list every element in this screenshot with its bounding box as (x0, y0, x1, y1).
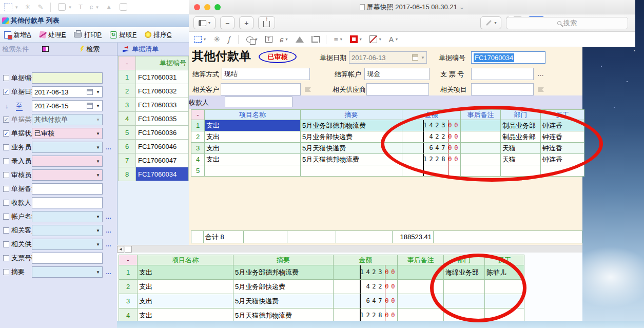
docno-input[interactable] (32, 72, 103, 84)
process-button[interactable]: 处理E (40, 30, 66, 40)
grid-icon[interactable] (42, 46, 49, 52)
adjust-icon[interactable]: ▲ (106, 3, 112, 11)
crop-icon[interactable] (120, 3, 127, 11)
doc-row[interactable]: 2FC17060032 (119, 84, 189, 98)
sidebar-toggle-button[interactable]: ▾ (193, 16, 216, 29)
checkbox[interactable] (3, 227, 9, 234)
checkbox[interactable]: ✓ (3, 89, 9, 95)
extract-button[interactable]: ↻提取F (110, 30, 136, 40)
scrollbar-thumb[interactable] (125, 246, 132, 253)
supplier-select[interactable]: ▼ (32, 239, 103, 250)
dropdown-arrow-icon[interactable]: ▼ (96, 242, 100, 247)
doc-row[interactable]: 4FC17060035 (119, 112, 189, 126)
dropdown-arrow-icon[interactable]: ▼ (421, 55, 425, 60)
dropdown-arrow-icon[interactable]: ▼ (96, 90, 100, 94)
dropdown-arrow-icon[interactable]: ▼ (96, 131, 100, 136)
line-style-icon[interactable]: ≡ (334, 35, 338, 44)
checkbox[interactable] (3, 75, 9, 81)
customer-input[interactable] (221, 83, 301, 95)
doc-row-selected[interactable]: 8FC17060034 (119, 167, 189, 181)
checkbox[interactable] (3, 241, 9, 247)
checkbox[interactable] (3, 255, 9, 261)
markup-pen-button[interactable]: ▾ (480, 16, 501, 29)
checkbox[interactable] (3, 172, 9, 178)
flag-icon[interactable] (538, 87, 544, 92)
selection-tool-icon[interactable] (194, 36, 202, 43)
dropdown-arrow-icon[interactable]: ▼ (96, 159, 100, 164)
cheque-more-dots[interactable]: … (537, 70, 544, 78)
text-style-icon[interactable]: A (389, 35, 394, 44)
magic-wand-icon[interactable]: ✳ (25, 3, 31, 11)
checkbox[interactable] (3, 269, 9, 275)
payee-input[interactable] (32, 197, 103, 208)
checkbox[interactable] (3, 158, 9, 164)
fill-color-icon[interactable] (369, 35, 377, 43)
date-to-input[interactable]: 2017-06-15▼ (32, 100, 103, 111)
status-select[interactable]: 已审核▼ (32, 128, 103, 139)
sketch-pen-icon[interactable]: ʃ (228, 35, 230, 44)
swap-arrows-icon[interactable] (122, 46, 129, 52)
dropdown-arrow-icon[interactable]: ▼ (96, 145, 100, 150)
doc-row[interactable]: 7FC17060047 (119, 153, 189, 167)
customer-select[interactable]: ▼ (32, 225, 103, 236)
search-input[interactable]: 搜索 (506, 17, 628, 29)
settle-method-input[interactable]: 现结 (222, 68, 310, 80)
more-button[interactable]: … (106, 241, 112, 247)
checkbox[interactable] (3, 144, 9, 150)
more-button[interactable]: … (106, 144, 112, 150)
dropdown-arrow-icon[interactable]: ▼ (96, 270, 100, 275)
magic-wand-icon[interactable]: ✳ (213, 34, 220, 44)
dropdown-arrow-icon[interactable]: ▼ (96, 228, 100, 233)
text-tool-icon[interactable]: T (265, 36, 272, 43)
salesperson-select[interactable]: ▼ (32, 142, 103, 153)
sort-button[interactable]: 排序C (145, 30, 171, 40)
calendar-icon[interactable] (87, 89, 93, 95)
scroll-left-arrow-icon[interactable]: ◄ (117, 246, 124, 253)
signature-icon[interactable]: ɕ (280, 35, 284, 44)
auditor-select[interactable]: ▼ (32, 169, 103, 181)
supplier-input[interactable] (366, 83, 429, 95)
settle-account-input[interactable]: 现金 (364, 68, 430, 80)
share-button[interactable] (258, 16, 275, 29)
checkbox[interactable] (3, 186, 9, 192)
print-button[interactable]: 打印P (74, 30, 102, 40)
payee-input[interactable] (225, 97, 292, 107)
preview-titlebar[interactable]: 屏幕快照 2017-06-15 08.30.21 ⌄ (189, 0, 635, 14)
doc-row[interactable]: 5FC17060036 (119, 126, 189, 140)
doc-date-input[interactable]: 2017-06-13▼ (349, 51, 427, 64)
shapes-icon[interactable] (246, 36, 253, 43)
summary-select[interactable]: ▼ (32, 266, 103, 278)
doc-row[interactable]: 3FC17060033 (119, 98, 189, 112)
zoom-out-button[interactable]: − (220, 16, 235, 29)
date-from-input[interactable]: 2017-06-13▼ (32, 86, 103, 98)
text-tool-icon[interactable]: T (79, 3, 83, 11)
calendar-icon[interactable] (412, 54, 418, 61)
doc-note-input[interactable] (32, 183, 103, 195)
checkbox[interactable] (3, 200, 9, 206)
doc-row[interactable]: 6FC17060046 (119, 140, 189, 153)
doc-row[interactable]: 1FC17060031 (119, 70, 189, 84)
border-color-icon[interactable] (350, 35, 358, 43)
entry-clerk-select[interactable]: ▼ (32, 156, 103, 167)
horizontal-scrollbar[interactable]: ◄ (117, 245, 582, 253)
flag-icon[interactable] (305, 87, 311, 92)
cheque-no-input[interactable] (471, 68, 534, 80)
checkbox[interactable]: ✓ (3, 130, 9, 137)
cheque-input[interactable] (32, 253, 103, 264)
dropdown-arrow-icon[interactable]: ▼ (96, 104, 100, 108)
dropdown-arrow-icon[interactable]: ▼ (96, 173, 100, 178)
more-button[interactable]: … (106, 214, 112, 220)
dropdown-arrow-icon[interactable]: ▼ (96, 215, 100, 219)
signature-icon[interactable]: ɕ (90, 3, 93, 11)
account-name-select[interactable]: ▼ (32, 211, 103, 222)
checkbox[interactable] (3, 214, 9, 220)
calendar-icon[interactable] (87, 103, 93, 109)
crop-icon[interactable] (311, 36, 318, 43)
doc-no-input[interactable]: FC17060034 (471, 51, 545, 64)
list-window-titlebar[interactable]: 其他付款单 列表 (0, 14, 189, 27)
more-button[interactable]: … (106, 227, 112, 234)
project-input[interactable] (471, 83, 534, 95)
zoom-in-button[interactable]: + (239, 16, 253, 29)
search-execute-button[interactable]: 检索 (86, 45, 100, 54)
sketch-pen-icon[interactable]: ✎ (37, 3, 43, 11)
